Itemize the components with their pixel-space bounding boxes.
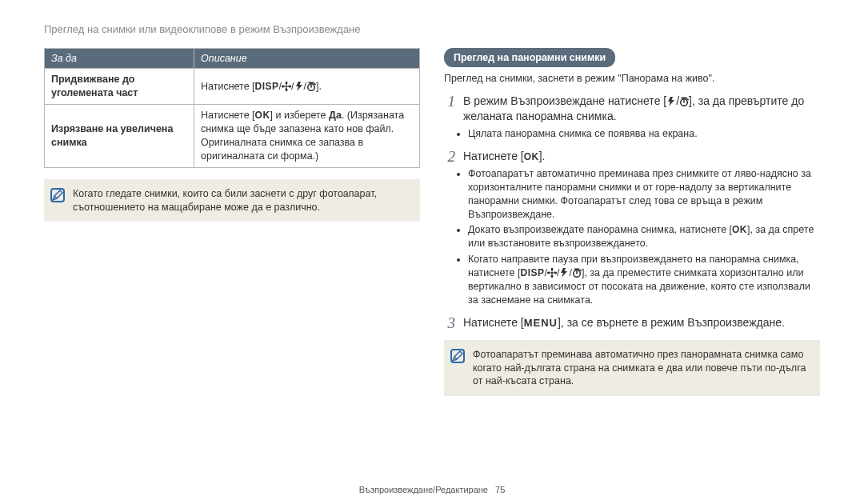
flash-icon [294,81,304,92]
flash-icon [559,267,569,278]
ok-icon: OK [255,110,270,121]
step-1-bullets: Цялата панорамна снимка се появява на ек… [444,127,820,141]
timer-icon [572,267,582,278]
step-2-bullets: Фотоапаратът автоматично преминава през … [444,167,820,307]
list-item: Докато възпроизвеждате панорамна снимка,… [468,223,820,250]
footer-section: Възпроизвеждане/Редактиране [359,485,488,494]
table-header-desc: Описание [194,48,420,69]
pencil-note-icon [50,188,65,202]
list-item: Цялата панорамна снимка се появява на ек… [468,127,820,141]
list-item: Фотоапаратът автоматично преминава през … [468,167,820,222]
macro-icon [282,81,291,92]
table-header-action: За да [45,48,194,69]
macro-icon [547,267,557,278]
timer-icon [679,96,689,107]
section-intro: Преглед на снимки, заснети в режим "Пано… [444,72,820,86]
left-note: Когато гледате снимки, които са били зас… [44,179,420,222]
row-label: Изрязване на увеличена снимка [45,105,194,168]
right-note: Фотоапаратът преминава автоматично през … [444,340,820,397]
timer-icon [306,81,316,92]
flash-icon [666,96,676,107]
ok-icon: OK [524,151,539,162]
row-desc: Натиснете [OK] и изберете Да. (Изрязанат… [194,105,420,168]
table-row: Изрязване на увеличена снимка Натиснете … [45,105,420,168]
page-title: Преглед на снимки или видеоклипове в реж… [44,22,820,37]
step-1: 1 В режим Възпроизвеждане натиснете [/],… [444,94,820,124]
step-3: 3 Натиснете [MENU], за се върнете в режи… [444,315,820,330]
section-heading: Преглед на панорамни снимки [444,48,615,68]
disp-icon: DISP [255,81,279,92]
right-column: Преглед на панорамни снимки Преглед на с… [444,48,820,397]
list-item: Когато направите пауза при възпроизвежда… [468,253,820,307]
disp-icon: DISP [520,267,544,278]
row-desc: Натиснете [DISP///]. [194,69,420,105]
row-label: Придвижване до уголемената част [45,69,194,105]
menu-icon: MENU [524,317,558,329]
ok-icon: OK [732,224,747,235]
page-footer: Възпроизвеждане/Редактиране 75 [0,484,864,496]
table-row: Придвижване до уголемената част Натиснет… [45,69,420,105]
pencil-note-icon [450,349,465,363]
page-number: 75 [495,485,505,494]
actions-table: За да Описание Придвижване до уголеменат… [44,48,420,168]
step-2: 2 Натиснете [OK]. [444,149,820,164]
